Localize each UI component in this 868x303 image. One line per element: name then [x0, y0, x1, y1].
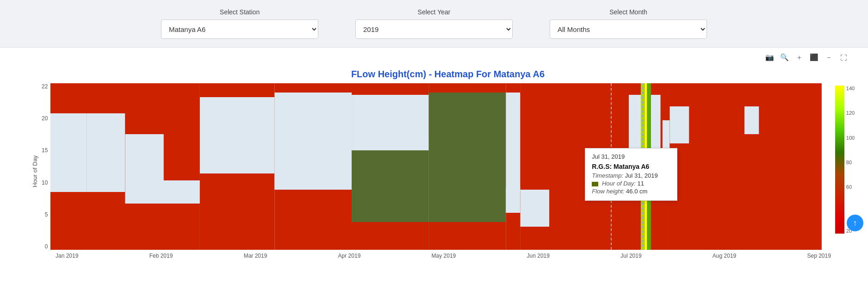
svg-rect-14	[275, 173, 352, 190]
x-axis-labels: Jan 2019 Feb 2019 Mar 2019 Apr 2019 May …	[56, 253, 831, 259]
x-label-mar: Mar 2019	[244, 253, 267, 259]
station-select[interactable]: Matanya A6	[161, 19, 318, 39]
month-select[interactable]: All Months January February March April …	[550, 19, 707, 39]
controls-bar: Select Station Matanya A6 Select Year 20…	[0, 0, 868, 48]
tooltip-color-swatch	[592, 182, 598, 186]
year-control: Select Year 2019	[355, 8, 513, 39]
svg-rect-6	[125, 134, 164, 180]
expand-icon[interactable]: ⛶	[837, 51, 849, 63]
svg-rect-24	[506, 83, 521, 93]
x-label-feb: Feb 2019	[149, 253, 173, 259]
svg-rect-42	[744, 106, 759, 134]
x-label-jul: Jul 2019	[620, 253, 641, 259]
save-icon[interactable]: ⬛	[808, 51, 820, 63]
tooltip-flow: Flow height: 46.0 cm	[592, 188, 670, 195]
svg-rect-12	[275, 83, 352, 93]
x-label-jun: Jun 2019	[527, 253, 550, 259]
svg-rect-19	[352, 136, 429, 150]
legend-color-bar	[835, 86, 844, 234]
svg-rect-13	[275, 190, 352, 250]
month-control: Select Month All Months January February…	[550, 8, 707, 39]
svg-rect-28	[521, 190, 549, 227]
year-label: Select Year	[418, 8, 451, 16]
x-label-jan: Jan 2019	[56, 253, 78, 259]
svg-rect-40	[670, 106, 689, 143]
x-label-may: May 2019	[432, 253, 456, 259]
month-label: Select Month	[609, 8, 647, 16]
x-label-sep: Sep 2019	[807, 253, 831, 259]
svg-rect-25	[506, 213, 521, 250]
station-control: Select Station Matanya A6	[161, 8, 318, 39]
chart-inner: 22 20 15 10 5 0	[42, 83, 859, 259]
svg-rect-9	[200, 173, 274, 250]
svg-rect-18	[352, 222, 429, 250]
camera-icon[interactable]: 📷	[763, 51, 775, 63]
svg-rect-37	[663, 120, 670, 148]
svg-rect-7	[125, 180, 200, 204]
y-ticks: 22 20 15 10 5 0	[42, 83, 50, 250]
tooltip-station: R.G.S: Matanya A6	[592, 163, 670, 170]
station-label: Select Station	[220, 8, 260, 16]
year-select[interactable]: 2019	[355, 19, 513, 39]
legend-labels: 140 120 100 80 60 20	[846, 86, 855, 234]
y-axis-label: Hour of Day	[28, 83, 42, 259]
plus-icon[interactable]: ＋	[793, 51, 805, 63]
heatmap: Jul 31, 2019 R.G.S: Matanya A6 Timestamp…	[50, 83, 822, 250]
svg-rect-22	[429, 83, 506, 93]
svg-rect-29	[521, 83, 595, 95]
x-label-aug: Aug 2019	[713, 253, 736, 259]
tooltip-hour: Hour of Day: 11	[592, 180, 670, 187]
svg-rect-10	[200, 83, 274, 97]
svg-rect-4	[50, 192, 125, 250]
legend-bar-wrapper: 140 120 100 80 60 20	[835, 86, 855, 234]
x-axis: Jan 2019 Feb 2019 Mar 2019 Apr 2019 May …	[42, 253, 859, 259]
svg-rect-16	[352, 83, 429, 95]
tooltip-timestamp: Timestamp: Jul 31, 2019	[592, 172, 670, 179]
heatmap-svg	[50, 83, 822, 250]
svg-rect-21	[429, 222, 506, 250]
svg-rect-26	[506, 187, 521, 213]
toolbar: 📷 🔍 ＋ ⬛ － ⛶	[0, 48, 868, 64]
chart-title: FLow Height(cm) - Heatmap For Matanya A6	[0, 69, 868, 80]
x-axis-spacer	[831, 253, 859, 259]
svg-rect-2	[50, 113, 87, 192]
zoom-icon[interactable]: 🔍	[778, 51, 790, 63]
tooltip-date: Jul 31, 2019	[592, 153, 670, 160]
tooltip: Jul 31, 2019 R.G.S: Matanya A6 Timestamp…	[585, 148, 677, 201]
x-label-apr: Apr 2019	[338, 253, 361, 259]
svg-rect-3	[87, 113, 125, 192]
scroll-up-button[interactable]: ↑	[847, 215, 863, 231]
svg-rect-1	[50, 83, 125, 113]
chart-container: Hour of Day 22 20 15 10 5 0	[0, 83, 868, 259]
minus-icon[interactable]: －	[823, 51, 835, 63]
legend: 140 120 100 80 60 20 ↑	[831, 83, 859, 250]
